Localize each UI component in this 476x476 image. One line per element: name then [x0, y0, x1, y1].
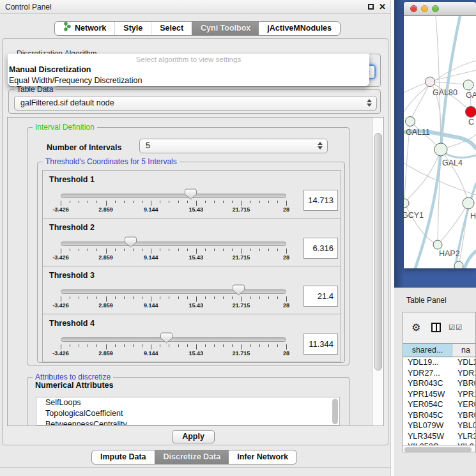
tab-label: Cyni Toolbox — [201, 22, 250, 35]
minor-tick — [178, 249, 179, 251]
minor-tick — [88, 296, 88, 299]
table-row[interactable]: YER054CYER0 — [403, 400, 476, 411]
table-cell: YBR0 — [452, 411, 476, 422]
columns-icon[interactable] — [431, 323, 441, 332]
apply-button[interactable]: Apply — [172, 430, 215, 443]
tab-jactivemnodules[interactable]: jActiveMNodules — [259, 22, 340, 35]
table-row[interactable]: YDL19...YDL1 — [403, 358, 476, 369]
column-header-shared[interactable]: shared... — [403, 344, 452, 357]
horizontal-scrollbar[interactable] — [403, 445, 475, 452]
threshold-value-field[interactable]: 21.4 — [303, 286, 338, 307]
network-window: GAL80GACGAL11GAL4GCY1HHAP2 — [404, 2, 476, 268]
tab-network[interactable]: Network — [55, 22, 114, 35]
axis-tick-label: 21.715 — [233, 302, 250, 309]
minor-tick — [214, 344, 215, 347]
minor-tick — [223, 249, 224, 251]
slider-track[interactable] — [61, 194, 286, 198]
checkbox-icons[interactable]: ☑☑ — [449, 323, 463, 332]
network-node-gal4[interactable] — [434, 143, 447, 156]
network-node-gcy1[interactable] — [404, 199, 409, 208]
node-label: HAP2 — [439, 249, 460, 258]
minor-tick — [268, 249, 269, 251]
minor-tick — [160, 249, 160, 251]
network-node-gal80[interactable] — [426, 77, 435, 87]
minor-tick — [70, 249, 70, 251]
attribute-item-topologicalcoefficient[interactable]: TopologicalCoefficient — [36, 408, 339, 419]
major-tick — [286, 344, 287, 349]
minor-tick — [277, 344, 278, 347]
minor-tick — [277, 296, 278, 299]
tab-impute-data[interactable]: Impute Data — [92, 450, 155, 464]
slider-thumb[interactable] — [185, 188, 197, 200]
table-row[interactable]: YBR043CYBR0 — [403, 379, 476, 390]
minor-tick — [205, 344, 206, 347]
number-of-intervals-combo[interactable]: 5 — [139, 139, 328, 153]
tab-select[interactable]: Select — [151, 22, 192, 35]
table-data-combo[interactable]: galFiltered.sif default node — [14, 96, 377, 111]
tab-label: Style — [123, 22, 142, 35]
minor-tick — [259, 344, 260, 347]
table-cell: YER054C — [403, 400, 452, 411]
minor-tick — [160, 296, 160, 299]
minor-tick — [268, 201, 269, 203]
float-window-icon[interactable] — [368, 4, 374, 10]
dropdown-option-manual-discretization[interactable]: Manual Discretization — [9, 65, 91, 74]
minor-tick — [96, 201, 97, 203]
numerical-attributes-list[interactable]: SelfLoopsTopologicalCoefficientBetweenne… — [36, 397, 340, 426]
tab-style[interactable]: Style — [114, 22, 151, 35]
tab-infer-network[interactable]: Infer Network — [229, 450, 296, 464]
list-scrollbar[interactable] — [332, 399, 338, 424]
table-row[interactable]: YBL079WYBL0 — [403, 421, 476, 432]
attributes-group: Attributes to discretize Numerical Attri… — [27, 377, 349, 426]
attribute-item-selfloops[interactable]: SelfLoops — [36, 397, 339, 408]
table-cell: YPR145W — [403, 390, 452, 401]
column-header-name[interactable]: na — [452, 344, 476, 357]
slider-track[interactable] — [61, 242, 286, 246]
threshold-value-field[interactable]: 6.316 — [303, 238, 338, 259]
table-cell: YBR043C — [403, 379, 452, 390]
slider-track[interactable] — [61, 337, 286, 342]
network-node-hap2[interactable] — [433, 240, 442, 249]
table-row[interactable]: YDR27...YDR2 — [403, 369, 476, 380]
vertical-scrollbar-thumb[interactable] — [374, 133, 382, 371]
threshold-value-field[interactable]: 11.344 — [303, 334, 338, 355]
node-label: GAL80 — [433, 88, 457, 97]
threshold-value-field[interactable]: 14.713 — [303, 190, 338, 211]
mac-zoom-icon[interactable] — [432, 5, 439, 12]
network-node-gal11[interactable] — [406, 117, 415, 127]
tab-label: jActiveMNodules — [267, 22, 332, 35]
minor-tick — [70, 344, 70, 347]
minor-tick — [124, 296, 125, 299]
dropdown-option-equal-width-frequency[interactable]: Equal Width/Frequency Discretization — [9, 76, 142, 85]
network-node-c[interactable] — [466, 107, 476, 118]
attribute-item-betweennesscentrality[interactable]: BetweennessCentrality — [36, 419, 339, 426]
axis-tick-label: 15.43 — [189, 302, 204, 309]
tab-discretize-data[interactable]: Discretize Data — [155, 450, 229, 464]
threshold-rows: Threshold 1-3.4262.8599.14415.4321.71528… — [42, 171, 341, 362]
axis-tick-label: 9.144 — [144, 350, 158, 357]
threshold-label: Threshold 3 — [49, 271, 95, 280]
slider-track[interactable] — [61, 289, 286, 294]
slider-thumb[interactable] — [125, 236, 137, 248]
network-canvas[interactable]: GAL80GACGAL11GAL4GCY1HHAP2 — [404, 16, 476, 268]
gear-icon[interactable]: ⚙ — [411, 321, 420, 334]
major-tick — [61, 249, 61, 254]
table-row[interactable]: YBR045CYBR0 — [403, 411, 476, 422]
minor-tick — [115, 296, 116, 299]
vertical-scrollbar[interactable] — [372, 118, 383, 426]
network-node-ga[interactable] — [463, 80, 473, 90]
mac-close-icon[interactable] — [410, 5, 417, 12]
close-icon[interactable]: ✕ — [379, 2, 386, 12]
table-row[interactable]: YLR345WYLR3 — [403, 432, 476, 443]
slider-thumb[interactable] — [233, 284, 245, 296]
slider-thumb[interactable] — [160, 332, 173, 344]
network-node-h[interactable] — [463, 197, 474, 209]
table-row[interactable]: YPR145WYPR1 — [403, 390, 476, 401]
horizontal-scrollbar-thumb[interactable] — [404, 447, 472, 452]
axis-tick-label: 21.715 — [233, 206, 250, 213]
network-node[interactable] — [454, 261, 463, 268]
number-of-intervals-value: 5 — [146, 141, 150, 150]
mac-minimize-icon[interactable] — [421, 5, 428, 12]
threshold-row-1: Threshold 1-3.4262.8599.14415.4321.71528… — [42, 170, 341, 219]
tab-cyni-toolbox[interactable]: Cyni Toolbox — [192, 22, 259, 35]
